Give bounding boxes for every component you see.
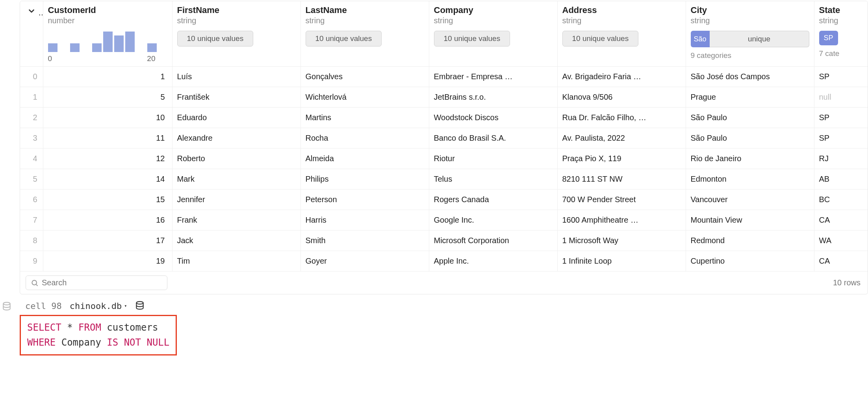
table-cell[interactable]: Mountain View bbox=[686, 210, 814, 231]
table-cell[interactable]: 5 bbox=[43, 87, 172, 108]
table-cell[interactable]: Prague bbox=[686, 87, 814, 108]
unique-values-chip[interactable]: 10 unique values bbox=[562, 31, 639, 47]
table-cell[interactable]: Martins bbox=[300, 108, 429, 128]
table-cell[interactable]: Klanova 9/506 bbox=[557, 87, 686, 108]
table-cell[interactable]: 8210 111 ST NW bbox=[557, 169, 686, 190]
table-cell[interactable]: Praça Pio X, 119 bbox=[557, 149, 686, 169]
table-row[interactable]: 615JenniferPetersonRogers Canada700 W Pe… bbox=[20, 190, 868, 210]
table-cell[interactable]: 700 W Pender Street bbox=[557, 190, 686, 210]
table-cell[interactable]: Google Inc. bbox=[429, 210, 557, 231]
table-cell[interactable]: Av. Paulista, 2022 bbox=[557, 128, 686, 149]
table-cell[interactable]: null bbox=[814, 87, 868, 108]
table-cell[interactable]: 4 bbox=[20, 149, 43, 169]
table-cell[interactable]: 16 bbox=[43, 210, 172, 231]
table-cell[interactable]: 2 bbox=[20, 108, 43, 128]
unique-values-chip[interactable]: 10 unique values bbox=[306, 31, 382, 47]
table-cell[interactable]: Roberto bbox=[172, 149, 300, 169]
table-cell[interactable]: Alexandre bbox=[172, 128, 300, 149]
table-cell[interactable]: 15 bbox=[43, 190, 172, 210]
table-cell[interactable]: 9 bbox=[20, 251, 43, 272]
column-header-customerid[interactable]: CustomerId number 0 20 bbox=[43, 1, 172, 67]
collapse-column-button[interactable] bbox=[20, 1, 43, 67]
table-cell[interactable]: 8 bbox=[20, 231, 43, 251]
table-cell[interactable]: 1600 Amphitheatre … bbox=[557, 210, 686, 231]
database-icon[interactable] bbox=[135, 301, 145, 311]
table-cell[interactable]: São Paulo bbox=[686, 108, 814, 128]
table-cell[interactable]: Microsoft Corporation bbox=[429, 231, 557, 251]
table-cell[interactable]: Cupertino bbox=[686, 251, 814, 272]
database-select[interactable]: chinook.db ▾ bbox=[70, 301, 127, 311]
table-row[interactable]: 716FrankHarrisGoogle Inc.1600 Amphitheat… bbox=[20, 210, 868, 231]
table-cell[interactable]: 14 bbox=[43, 169, 172, 190]
table-cell[interactable]: Telus bbox=[429, 169, 557, 190]
table-cell[interactable]: Rogers Canada bbox=[429, 190, 557, 210]
table-cell[interactable]: 17 bbox=[43, 231, 172, 251]
table-cell[interactable]: Eduardo bbox=[172, 108, 300, 128]
table-cell[interactable]: São José dos Campos bbox=[686, 67, 814, 87]
table-row[interactable]: 01LuísGonçalvesEmbraer - Empresa …Av. Br… bbox=[20, 67, 868, 87]
table-cell[interactable]: Mark bbox=[172, 169, 300, 190]
table-cell[interactable]: Woodstock Discos bbox=[429, 108, 557, 128]
table-cell[interactable]: CA bbox=[814, 251, 868, 272]
column-header-company[interactable]: Company string 10 unique values bbox=[429, 1, 557, 67]
table-cell[interactable]: RJ bbox=[814, 149, 868, 169]
search-input[interactable] bbox=[26, 275, 167, 290]
table-cell[interactable]: 19 bbox=[43, 251, 172, 272]
unique-values-chip[interactable]: 10 unique values bbox=[177, 31, 254, 47]
table-cell[interactable]: Frank bbox=[172, 210, 300, 231]
table-cell[interactable]: Rocha bbox=[300, 128, 429, 149]
table-row[interactable]: 412RobertoAlmeidaRioturPraça Pio X, 119R… bbox=[20, 149, 868, 169]
table-cell[interactable]: 0 bbox=[20, 67, 43, 87]
table-row[interactable]: 15FrantišekWichterlováJetBrains s.r.o.Kl… bbox=[20, 87, 868, 108]
table-cell[interactable]: Harris bbox=[300, 210, 429, 231]
table-cell[interactable]: JetBrains s.r.o. bbox=[429, 87, 557, 108]
column-header-state[interactable]: State string SP 7 cate bbox=[814, 1, 868, 67]
table-cell[interactable]: Av. Brigadeiro Faria … bbox=[557, 67, 686, 87]
table-cell[interactable]: Rua Dr. Falcão Filho, … bbox=[557, 108, 686, 128]
table-cell[interactable]: CA bbox=[814, 210, 868, 231]
table-cell[interactable]: Jennifer bbox=[172, 190, 300, 210]
table-cell[interactable]: Banco do Brasil S.A. bbox=[429, 128, 557, 149]
top-category-pill[interactable]: SP bbox=[819, 31, 838, 45]
table-cell[interactable]: 12 bbox=[43, 149, 172, 169]
table-cell[interactable]: 1 Infinite Loop bbox=[557, 251, 686, 272]
top-category-pill[interactable]: São bbox=[691, 31, 710, 47]
table-cell[interactable]: Embraer - Empresa … bbox=[429, 67, 557, 87]
table-cell[interactable]: František bbox=[172, 87, 300, 108]
sql-editor[interactable]: SELECT * FROM customers WHERE Company IS… bbox=[20, 315, 177, 355]
table-cell[interactable]: SP bbox=[814, 108, 868, 128]
table-cell[interactable]: Vancouver bbox=[686, 190, 814, 210]
table-cell[interactable]: AB bbox=[814, 169, 868, 190]
column-header-city[interactable]: City string São unique 9 categories bbox=[686, 1, 814, 67]
table-cell[interactable]: 5 bbox=[20, 169, 43, 190]
table-cell[interactable]: SP bbox=[814, 67, 868, 87]
table-cell[interactable]: 10 bbox=[43, 108, 172, 128]
table-row[interactable]: 311AlexandreRochaBanco do Brasil S.A.Av.… bbox=[20, 128, 868, 149]
table-cell[interactable]: 1 Microsoft Way bbox=[557, 231, 686, 251]
table-cell[interactable]: Peterson bbox=[300, 190, 429, 210]
table-cell[interactable]: Jack bbox=[172, 231, 300, 251]
table-cell[interactable]: 6 bbox=[20, 190, 43, 210]
table-cell[interactable]: Smith bbox=[300, 231, 429, 251]
table-row[interactable]: 514MarkPhilipsTelus8210 111 ST NWEdmonto… bbox=[20, 169, 868, 190]
table-cell[interactable]: BC bbox=[814, 190, 868, 210]
table-row[interactable]: 919TimGoyerApple Inc.1 Infinite LoopCupe… bbox=[20, 251, 868, 272]
table-cell[interactable]: Apple Inc. bbox=[429, 251, 557, 272]
table-cell[interactable]: Riotur bbox=[429, 149, 557, 169]
unique-values-chip[interactable]: 10 unique values bbox=[434, 31, 510, 47]
table-cell[interactable]: 11 bbox=[43, 128, 172, 149]
table-cell[interactable]: Redmond bbox=[686, 231, 814, 251]
table-cell[interactable]: 1 bbox=[43, 67, 172, 87]
table-row[interactable]: 817JackSmithMicrosoft Corporation1 Micro… bbox=[20, 231, 868, 251]
table-cell[interactable]: 7 bbox=[20, 210, 43, 231]
table-row[interactable]: 210EduardoMartinsWoodstock DiscosRua Dr.… bbox=[20, 108, 868, 128]
column-header-address[interactable]: Address string 10 unique values bbox=[557, 1, 686, 67]
table-cell[interactable]: Philips bbox=[300, 169, 429, 190]
table-cell[interactable]: Tim bbox=[172, 251, 300, 272]
table-cell[interactable]: WA bbox=[814, 231, 868, 251]
column-header-firstname[interactable]: FirstName string 10 unique values bbox=[172, 1, 300, 67]
search-field[interactable] bbox=[42, 278, 162, 287]
table-cell[interactable]: São Paulo bbox=[686, 128, 814, 149]
table-cell[interactable]: Luís bbox=[172, 67, 300, 87]
categories-chip[interactable]: unique bbox=[710, 31, 809, 47]
